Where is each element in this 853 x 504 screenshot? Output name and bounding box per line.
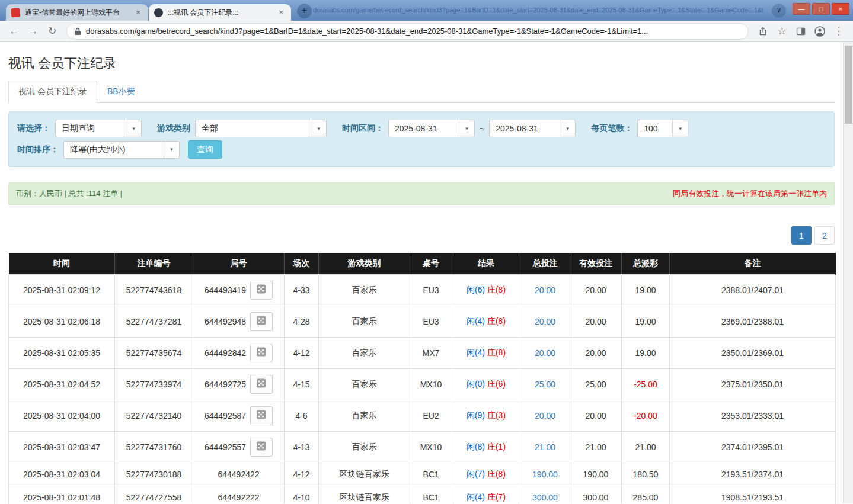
minimize-button[interactable]: — xyxy=(793,3,810,15)
date-end-select[interactable]: 2025-08-31 ▼ xyxy=(489,120,576,137)
chevron-down-icon[interactable]: ▼ xyxy=(672,120,688,137)
side-panel-icon[interactable] xyxy=(793,23,809,40)
bookmark-star-icon[interactable]: ☆ xyxy=(774,23,790,40)
column-header: 有效投注 xyxy=(570,253,622,274)
date-start-select[interactable]: 2025-08-31 ▼ xyxy=(388,120,475,137)
cell-time: 2025-08-31 02:03:47 xyxy=(9,431,115,463)
page-button-1[interactable]: 1 xyxy=(791,226,812,245)
cell-total-bet: 300.00 xyxy=(520,486,570,503)
total-bet-link[interactable]: 25.00 xyxy=(535,380,555,389)
summary-total-text: 币别：人民币 | 总共 :114 注单 | xyxy=(16,188,122,199)
game-replay-button[interactable] xyxy=(250,375,273,394)
cell-payout: 180.50 xyxy=(622,463,670,486)
cell-bet-id: 522774732140 xyxy=(115,400,193,431)
cell-table-no: MX10 xyxy=(410,368,452,400)
total-bet-link[interactable]: 300.00 xyxy=(532,493,558,502)
menu-icon[interactable]: ⋮ xyxy=(830,23,847,40)
tab-bet-records[interactable]: 视讯 会员下注纪录 xyxy=(8,81,97,103)
cell-payout: -25.00 xyxy=(622,368,670,400)
chevron-down-icon[interactable]: ▼ xyxy=(311,120,326,137)
total-bet-link[interactable]: 20.00 xyxy=(535,411,555,420)
result-player: 闲(4) xyxy=(467,316,485,326)
bet-records-table: 时间注单编号局号场次游戏类别桌号结果总投注有效投注总派彩备注 2025-08-3… xyxy=(8,253,836,503)
profile-icon[interactable] xyxy=(812,23,828,40)
page-size-select[interactable]: 100 ▼ xyxy=(637,120,688,137)
cell-game-type: 百家乐 xyxy=(319,274,410,306)
table-row: 2025-08-31 02:06:18522774737281644492948… xyxy=(9,306,836,337)
cell-note: 2388.01/2407.01 xyxy=(670,274,836,306)
bet-table-body: 2025-08-31 02:09:12522774743618644493419… xyxy=(9,274,836,503)
date-end-value: 2025-08-31 xyxy=(490,120,560,137)
total-bet-link[interactable]: 20.00 xyxy=(535,285,555,295)
sort-value: 降幂(由大到小) xyxy=(64,142,164,158)
cell-note: 2369.01/2388.01 xyxy=(670,306,836,337)
cell-total-bet: 20.00 xyxy=(520,306,570,337)
cell-session: 4-12 xyxy=(285,463,319,486)
chevron-down-icon[interactable]: ▼ xyxy=(164,142,179,158)
browser-tab-home[interactable]: 通宝-信誉最好的网上游戏平台 × xyxy=(6,4,148,21)
total-bet-link[interactable]: 190.00 xyxy=(532,470,558,479)
cell-total-bet: 20.00 xyxy=(520,337,570,368)
total-bet-link[interactable]: 21.00 xyxy=(535,442,555,452)
tab-bb-tip[interactable]: BB小费 xyxy=(97,81,145,103)
cell-note: 1908.51/2193.51 xyxy=(670,486,836,503)
date-range-tilde: ~ xyxy=(480,124,484,133)
tab-close-icon[interactable]: × xyxy=(276,8,286,17)
cell-table-no: EU3 xyxy=(410,274,452,306)
column-header: 注单编号 xyxy=(115,253,193,274)
query-type-label: 请选择： xyxy=(17,123,50,134)
total-bet-link[interactable]: 20.00 xyxy=(535,317,555,326)
chevron-down-icon[interactable]: ▼ xyxy=(560,120,575,137)
summary-bar: 币别：人民币 | 总共 :114 注单 | 同局有效投注，统一计算在该局第一张注… xyxy=(8,182,835,205)
browser-tab-bet-records[interactable]: :::视讯 会员下注纪录::: × xyxy=(149,4,291,21)
game-replay-button[interactable] xyxy=(250,344,273,362)
result-player: 闲(9) xyxy=(467,410,485,420)
cell-payout: 285.00 xyxy=(622,486,670,503)
cell-time: 2025-08-31 02:03:04 xyxy=(9,463,115,486)
cell-valid-bet: 20.00 xyxy=(570,306,622,337)
column-header: 游戏类别 xyxy=(319,253,410,274)
chevron-down-icon[interactable]: ▼ xyxy=(126,120,141,137)
table-row: 2025-08-31 02:01:48522774727558644492222… xyxy=(9,486,836,503)
table-header-row: 时间注单编号局号场次游戏类别桌号结果总投注有效投注总派彩备注 xyxy=(9,253,836,274)
reload-button[interactable]: ↻ xyxy=(44,23,60,40)
game-replay-button[interactable] xyxy=(250,312,273,331)
cell-session: 4-28 xyxy=(285,306,319,337)
cell-result: 闲(4) 庄(7) xyxy=(452,486,520,503)
cell-session: 4-13 xyxy=(285,431,319,463)
cell-session: 4-12 xyxy=(285,337,319,368)
result-banker: 庄(7) xyxy=(487,492,506,502)
game-replay-button[interactable] xyxy=(250,406,273,425)
lock-icon xyxy=(74,27,81,36)
total-bet-link[interactable]: 20.00 xyxy=(535,348,555,358)
cell-bet-id: 522774733974 xyxy=(115,368,193,400)
date-start-value: 2025-08-31 xyxy=(389,120,459,137)
column-header: 结果 xyxy=(452,253,520,274)
new-tab-button[interactable]: + xyxy=(297,4,312,18)
chevron-down-icon[interactable]: ▼ xyxy=(459,120,474,137)
cell-game-type: 区块链百家乐 xyxy=(319,486,410,503)
query-type-select[interactable]: 日期查询 ▼ xyxy=(55,120,142,137)
address-bar[interactable]: dorasabs.com/game/betrecord_search/kind3… xyxy=(66,23,749,40)
share-icon[interactable] xyxy=(755,23,771,40)
game-replay-button[interactable] xyxy=(250,438,273,457)
search-button[interactable]: 查询 xyxy=(188,140,222,159)
scrollbar-thumb[interactable] xyxy=(845,46,852,124)
forward-button[interactable]: → xyxy=(25,23,41,40)
cell-round: 644492842 xyxy=(193,337,285,368)
sort-select[interactable]: 降幂(由大到小) ▼ xyxy=(63,141,180,159)
scrollbar[interactable] xyxy=(843,42,853,503)
back-button[interactable]: ← xyxy=(6,23,23,40)
cell-time: 2025-08-31 02:04:52 xyxy=(9,368,115,400)
filter-panel: 请选择： 日期查询 ▼ 游戏类别 全部 ▼ 时间区间： 2025-08-31 ▼ xyxy=(8,111,835,167)
sort-label: 时间排序： xyxy=(17,145,59,155)
close-window-button[interactable]: × xyxy=(832,3,849,15)
page-button-2[interactable]: 2 xyxy=(814,226,835,245)
table-row: 2025-08-31 02:04:52522774733974644492725… xyxy=(9,368,836,400)
tab-close-icon[interactable]: × xyxy=(133,8,143,17)
game-type-select[interactable]: 全部 ▼ xyxy=(195,120,327,137)
tab-search-button[interactable]: ∨ xyxy=(772,4,786,18)
maximize-button[interactable]: □ xyxy=(812,3,830,15)
cell-valid-bet: 21.00 xyxy=(570,431,622,463)
game-replay-button[interactable] xyxy=(250,281,273,300)
